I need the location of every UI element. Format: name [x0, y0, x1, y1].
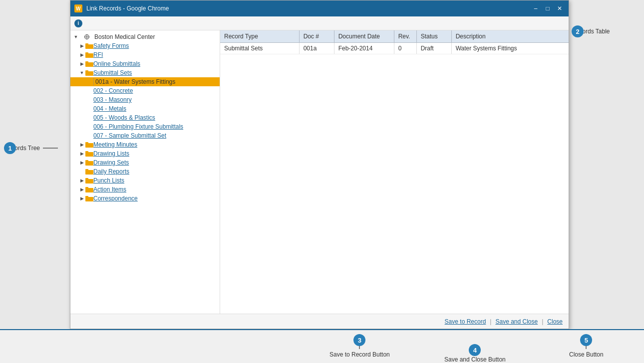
tree-item-daily-reports[interactable]: Daily Reports [70, 167, 220, 176]
svg-rect-18 [85, 142, 88, 144]
annotation-badge-1: 1 [4, 142, 16, 154]
tree-item-rfi[interactable]: ▶ RFI [70, 50, 220, 59]
close-link[interactable]: Close [547, 318, 563, 325]
save-to-record-link[interactable]: Save to Record [445, 318, 486, 325]
tree-item-005[interactable]: 005 - Woods & Plastics [70, 113, 220, 122]
tree-item-004[interactable]: 004 - Metals [70, 104, 220, 113]
tree-root-label: Boston Medical Center [94, 33, 155, 40]
app-icon: W [74, 4, 82, 12]
svg-rect-6 [84, 36, 86, 37]
tree-expand-meeting[interactable]: ▶ [78, 141, 85, 148]
tree-expand-submittal[interactable]: ▼ [78, 69, 85, 76]
tree-item-drawing-sets[interactable]: ▶ Drawing Sets [70, 158, 220, 167]
tree-label-006: 006 - Plumbing Fixture Submittals [93, 123, 183, 130]
folder-icon-correspondence [85, 195, 93, 201]
footer: Save to Record | Save and Close | Close [70, 314, 569, 329]
tree-expand-safety[interactable]: ▶ [78, 42, 85, 49]
tree-expand-004 [86, 105, 93, 112]
col-doc-num: Doc # [299, 30, 334, 43]
tree-expand-rfi[interactable]: ▶ [78, 51, 85, 58]
tree-expand-punch[interactable]: ▶ [78, 177, 85, 184]
tree-item-online-submittals[interactable]: ▶ Online Submittals [70, 59, 220, 68]
tree-item-action-items[interactable]: ▶ Action Items [70, 185, 220, 194]
tree-label-punch-lists: Punch Lists [93, 177, 124, 184]
tree-label-003: 003 - Masonry [93, 96, 132, 103]
tree-label-004: 004 - Metals [93, 105, 126, 112]
cell-doc-num: 001a [299, 43, 334, 54]
annotation-close: 5 Close Button [569, 334, 604, 358]
tree-expand-action[interactable]: ▶ [78, 186, 85, 193]
tree-label-action-items: Action Items [93, 186, 126, 193]
tree-label-meeting-minutes: Meeting Minutes [93, 141, 137, 148]
tree-item-drawing-lists[interactable]: ▶ Drawing Lists [70, 149, 220, 158]
folder-icon-action [85, 186, 93, 192]
tree-item-003[interactable]: 003 - Masonry [70, 95, 220, 104]
tree-expand-005 [86, 114, 93, 121]
info-bar: i [70, 16, 569, 30]
tree-item-punch-lists[interactable]: ▶ Punch Lists [70, 176, 220, 185]
tree-expand-drawing-lists[interactable]: ▶ [78, 150, 85, 157]
tree-item-submittal-sets[interactable]: ▼ Submittal Sets [70, 68, 220, 77]
col-record-type: Record Type [220, 30, 299, 43]
tree-item-001a[interactable]: 001a - Water Systems Fittings [70, 77, 220, 86]
tree-label-drawing-sets: Drawing Sets [93, 159, 129, 166]
svg-rect-4 [86, 34, 87, 36]
annotation-save-and-close: 4 Save and Close Button [444, 344, 506, 363]
col-status: Status [416, 30, 451, 43]
minimize-button[interactable]: – [531, 4, 541, 13]
tree-expand-drawing-sets[interactable]: ▶ [78, 159, 85, 166]
cell-description: Water Systems Fittings [451, 43, 569, 54]
folder-icon-daily [85, 169, 93, 175]
window-controls: – □ ✕ [531, 4, 565, 13]
svg-rect-24 [85, 169, 88, 171]
svg-rect-5 [86, 38, 87, 40]
tree-label-007: 007 - Sample Submittal Set [93, 132, 166, 139]
save-and-close-link[interactable]: Save and Close [495, 318, 538, 325]
folder-icon-punch [85, 178, 93, 183]
folder-icon-online [85, 61, 93, 67]
annotation-line-1 [43, 148, 58, 149]
tree-expand-online[interactable]: ▶ [78, 60, 85, 67]
tree-item-safety-forms[interactable]: ▶ Safety Forms [70, 41, 220, 50]
tree-expand-daily [78, 168, 85, 175]
folder-icon-rfi [85, 52, 93, 58]
table-row[interactable]: Submittal Sets 001a Feb-20-2014 0 Draft … [220, 43, 569, 54]
maximize-button[interactable]: □ [543, 4, 553, 13]
folder-icon-drawing-lists [85, 151, 93, 157]
annotation-badge-3: 3 [353, 334, 365, 346]
svg-rect-28 [85, 187, 88, 189]
col-description: Description [451, 30, 569, 43]
tree-label-safety-forms: Safety Forms [93, 42, 129, 49]
tree-expand-001a [86, 78, 93, 85]
tree-label-005: 005 - Woods & Plastics [93, 114, 155, 121]
annotation-badge-4: 4 [469, 344, 481, 356]
tree-expand-correspondence[interactable]: ▶ [78, 195, 85, 202]
svg-rect-16 [85, 70, 88, 72]
tree-item-meeting-minutes[interactable]: ▶ Meeting Minutes [70, 140, 220, 149]
records-table-panel: Record Type Doc # Document Date Rev. Sta… [220, 30, 569, 314]
bottom-annotations: 3 Save to Record Button 4 Save and Close… [0, 329, 644, 363]
tree-label-rfi: RFI [93, 51, 103, 58]
tree-label-drawing-lists: Drawing Lists [93, 150, 129, 157]
cell-doc-date: Feb-20-2014 [334, 43, 394, 54]
tree-expand-002 [86, 87, 93, 94]
tree-expand-root[interactable]: ▼ [72, 33, 79, 40]
annotation-label-save-and-close: Save and Close Button [444, 356, 506, 363]
tree-panel: ▼ Boston Medical Center ▶ [70, 30, 220, 314]
annotation-label-close: Close Button [569, 351, 604, 358]
svg-rect-26 [85, 178, 88, 180]
tree-item-006[interactable]: 006 - Plumbing Fixture Submittals [70, 122, 220, 131]
tree-label-online-submittals: Online Submittals [93, 60, 140, 67]
tree-item-002[interactable]: 002 - Concrete [70, 86, 220, 95]
svg-rect-7 [88, 36, 90, 37]
gear-icon [83, 34, 91, 40]
annotation-save-to-record: 3 Save to Record Button [329, 334, 390, 358]
tree-expand-003 [86, 96, 93, 103]
tree-item-007[interactable]: 007 - Sample Submittal Set [70, 131, 220, 140]
tree-item-correspondence[interactable]: ▶ Correspondence [70, 194, 220, 203]
window-close-button[interactable]: ✕ [555, 4, 565, 13]
col-rev: Rev. [394, 30, 416, 43]
tree-expand-006 [86, 123, 93, 130]
svg-rect-12 [85, 52, 88, 54]
tree-root[interactable]: ▼ Boston Medical Center [70, 32, 220, 41]
